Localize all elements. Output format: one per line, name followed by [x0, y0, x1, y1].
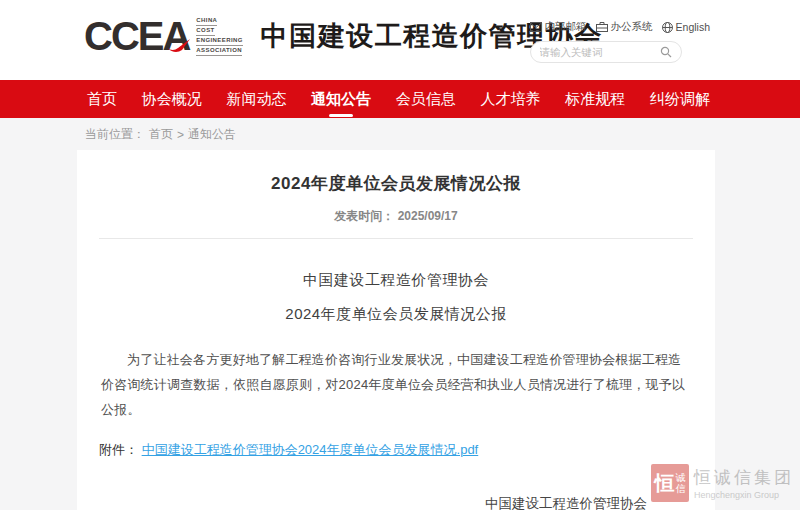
attachment-line: 附件： 中国建设工程造价管理协会2024年度单位会员发展情况.pdf: [99, 441, 693, 459]
breadcrumb-separator: >: [177, 128, 184, 142]
nav-item-training[interactable]: 人才培养: [479, 81, 543, 118]
nav-item-news[interactable]: 新闻动态: [224, 81, 288, 118]
breadcrumb-prefix: 当前位置：: [85, 126, 145, 143]
article-title: 2024年度单位会员发展情况公报: [99, 172, 693, 195]
nav-item-about[interactable]: 协会概况: [140, 81, 204, 118]
nav-item-notices[interactable]: 通知公告: [309, 81, 373, 118]
article-signature: 中国建设工程造价管理协会 2025年9月17日: [485, 495, 647, 510]
internal-mail-label: 内部邮箱: [545, 20, 587, 34]
english-label: English: [676, 21, 710, 33]
article-org-line: 中国建设工程造价管理协会: [99, 271, 693, 290]
publish-date-label: 发表时间：: [334, 209, 394, 223]
ccea-logo-text: CCEA: [84, 16, 189, 56]
search-input[interactable]: [540, 46, 660, 58]
nav-item-mediation[interactable]: 纠纷调解: [648, 81, 712, 118]
main-nav: 首页 协会概况 新闻动态 通知公告 会员信息 人才培养 标准规程 纠纷调解: [0, 80, 800, 118]
title-divider: [99, 238, 693, 239]
breadcrumb-home[interactable]: 首页: [149, 126, 173, 143]
search-box: [530, 41, 682, 63]
publish-date-value: 2025/09/17: [398, 209, 458, 223]
nav-item-members[interactable]: 会员信息: [394, 81, 458, 118]
nav-item-standards[interactable]: 标准规程: [563, 81, 627, 118]
attachment-label: 附件：: [99, 442, 138, 457]
english-link[interactable]: English: [662, 21, 710, 33]
breadcrumb-current: 通知公告: [188, 126, 236, 143]
article-subtitle-line: 2024年度单位会员发展情况公报: [99, 305, 693, 324]
logo-swoosh-icon: [166, 39, 192, 53]
signature-org: 中国建设工程造价管理协会: [485, 495, 647, 510]
breadcrumb: 当前位置： 首页 > 通知公告: [85, 126, 800, 143]
office-system-link[interactable]: 办公系统: [596, 20, 653, 34]
search-icon[interactable]: [660, 46, 672, 58]
internal-mail-link[interactable]: 内部邮箱: [530, 20, 587, 34]
attachment-pdf-link[interactable]: 中国建设工程造价管理协会2024年度单位会员发展情况.pdf: [142, 442, 479, 457]
site-header: CCEA China Cost Engineering Association …: [0, 0, 800, 80]
publish-date-line: 发表时间： 2025/09/17: [99, 208, 693, 225]
header-quick-links: 内部邮箱 办公系统 English: [530, 20, 710, 34]
mail-icon: [530, 22, 542, 32]
article-card: 2024年度单位会员发展情况公报 发表时间： 2025/09/17 中国建设工程…: [77, 150, 715, 510]
nav-item-home[interactable]: 首页: [85, 81, 119, 118]
office-system-label: 办公系统: [611, 20, 653, 34]
logo-subtext: China Cost Engineering Association: [196, 16, 242, 56]
office-icon: [596, 22, 608, 32]
globe-icon: [662, 22, 673, 33]
article-paragraph: 为了让社会各方更好地了解工程造价咨询行业发展状况，中国建设工程造价管理协会根据工…: [101, 347, 691, 422]
site-logo[interactable]: CCEA China Cost Engineering Association …: [84, 16, 603, 56]
